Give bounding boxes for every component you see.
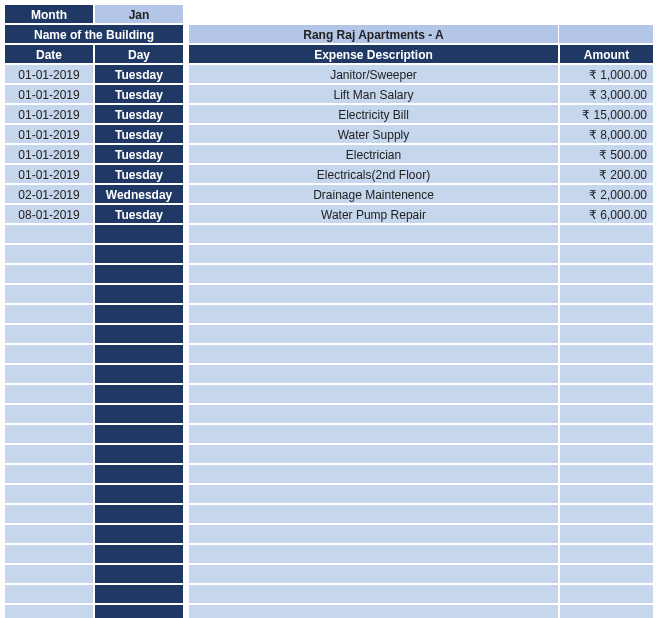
- cell-date[interactable]: [4, 384, 94, 404]
- cell-desc[interactable]: [188, 284, 559, 304]
- cell-day[interactable]: Tuesday: [94, 64, 184, 84]
- cell-date[interactable]: [4, 244, 94, 264]
- cell-amount[interactable]: [559, 564, 654, 584]
- cell-day[interactable]: Tuesday: [94, 204, 184, 224]
- cell-amount[interactable]: [559, 224, 654, 244]
- cell-day[interactable]: Tuesday: [94, 84, 184, 104]
- cell-day[interactable]: [94, 404, 184, 424]
- cell-date[interactable]: [4, 304, 94, 324]
- cell-date[interactable]: [4, 324, 94, 344]
- cell-amount[interactable]: [559, 384, 654, 404]
- cell-date[interactable]: [4, 344, 94, 364]
- cell-day[interactable]: Tuesday: [94, 164, 184, 184]
- cell-amount[interactable]: [559, 584, 654, 604]
- cell-amount[interactable]: [559, 244, 654, 264]
- cell-day[interactable]: Tuesday: [94, 124, 184, 144]
- cell-desc[interactable]: [188, 324, 559, 344]
- cell-desc[interactable]: Electricals(2nd Floor): [188, 164, 559, 184]
- cell-date[interactable]: 08-01-2019: [4, 204, 94, 224]
- cell-amount[interactable]: [559, 464, 654, 484]
- cell-amount[interactable]: [559, 404, 654, 424]
- cell-date[interactable]: 01-01-2019: [4, 124, 94, 144]
- cell-amount[interactable]: [559, 524, 654, 544]
- cell-desc[interactable]: [188, 244, 559, 264]
- cell-desc[interactable]: [188, 484, 559, 504]
- cell-amount[interactable]: [559, 484, 654, 504]
- cell-desc[interactable]: [188, 564, 559, 584]
- cell-day[interactable]: [94, 464, 184, 484]
- cell-desc[interactable]: [188, 384, 559, 404]
- cell-amount[interactable]: ₹ 15,000.00: [559, 104, 654, 124]
- cell-date[interactable]: 01-01-2019: [4, 164, 94, 184]
- cell-amount[interactable]: ₹ 2,000.00: [559, 184, 654, 204]
- cell-date[interactable]: 01-01-2019: [4, 64, 94, 84]
- cell-date[interactable]: 01-01-2019: [4, 84, 94, 104]
- cell-desc[interactable]: Electricity Bill: [188, 104, 559, 124]
- cell-desc[interactable]: [188, 344, 559, 364]
- cell-day[interactable]: Tuesday: [94, 104, 184, 124]
- cell-desc[interactable]: [188, 544, 559, 564]
- cell-amount[interactable]: ₹ 8,000.00: [559, 124, 654, 144]
- cell-date[interactable]: [4, 484, 94, 504]
- cell-date[interactable]: [4, 564, 94, 584]
- cell-amount[interactable]: [559, 504, 654, 524]
- cell-day[interactable]: [94, 584, 184, 604]
- cell-day[interactable]: [94, 344, 184, 364]
- cell-desc[interactable]: Water Supply: [188, 124, 559, 144]
- cell-amount[interactable]: [559, 324, 654, 344]
- cell-day[interactable]: [94, 224, 184, 244]
- cell-desc[interactable]: [188, 584, 559, 604]
- cell-day[interactable]: [94, 484, 184, 504]
- cell-day[interactable]: [94, 364, 184, 384]
- cell-day[interactable]: [94, 564, 184, 584]
- cell-day[interactable]: [94, 444, 184, 464]
- cell-date[interactable]: [4, 364, 94, 384]
- cell-day[interactable]: Tuesday: [94, 144, 184, 164]
- cell-date[interactable]: [4, 524, 94, 544]
- cell-desc[interactable]: [188, 524, 559, 544]
- cell-date[interactable]: [4, 464, 94, 484]
- cell-desc[interactable]: [188, 444, 559, 464]
- cell-date[interactable]: [4, 504, 94, 524]
- cell-day[interactable]: [94, 504, 184, 524]
- cell-desc[interactable]: [188, 464, 559, 484]
- cell-amount[interactable]: [559, 424, 654, 444]
- cell-desc[interactable]: Water Pump Repair: [188, 204, 559, 224]
- cell-desc[interactable]: [188, 304, 559, 324]
- cell-amount[interactable]: [559, 444, 654, 464]
- cell-amount[interactable]: ₹ 1,000.00: [559, 64, 654, 84]
- cell-date[interactable]: [4, 584, 94, 604]
- cell-day[interactable]: [94, 384, 184, 404]
- cell-date[interactable]: [4, 544, 94, 564]
- cell-amount[interactable]: ₹ 6,000.00: [559, 204, 654, 224]
- cell-day[interactable]: [94, 264, 184, 284]
- cell-date[interactable]: [4, 424, 94, 444]
- cell-desc[interactable]: Lift Man Salary: [188, 84, 559, 104]
- cell-desc[interactable]: [188, 404, 559, 424]
- cell-desc[interactable]: [188, 504, 559, 524]
- cell-day[interactable]: Wednesday: [94, 184, 184, 204]
- cell-date[interactable]: [4, 404, 94, 424]
- cell-desc[interactable]: [188, 604, 559, 618]
- cell-desc[interactable]: Electrician: [188, 144, 559, 164]
- cell-desc[interactable]: [188, 224, 559, 244]
- cell-desc[interactable]: [188, 364, 559, 384]
- cell-day[interactable]: [94, 284, 184, 304]
- cell-amount[interactable]: ₹ 200.00: [559, 164, 654, 184]
- cell-day[interactable]: [94, 324, 184, 344]
- cell-date[interactable]: 01-01-2019: [4, 104, 94, 124]
- cell-day[interactable]: [94, 424, 184, 444]
- cell-day[interactable]: [94, 244, 184, 264]
- cell-date[interactable]: 02-01-2019: [4, 184, 94, 204]
- cell-amount[interactable]: [559, 284, 654, 304]
- cell-date[interactable]: [4, 444, 94, 464]
- cell-day[interactable]: [94, 304, 184, 324]
- cell-desc[interactable]: [188, 424, 559, 444]
- cell-amount[interactable]: ₹ 500.00: [559, 144, 654, 164]
- cell-amount[interactable]: [559, 544, 654, 564]
- cell-amount[interactable]: [559, 264, 654, 284]
- cell-desc[interactable]: [188, 264, 559, 284]
- cell-date[interactable]: [4, 604, 94, 618]
- cell-desc[interactable]: Drainage Maintenence: [188, 184, 559, 204]
- cell-amount[interactable]: [559, 364, 654, 384]
